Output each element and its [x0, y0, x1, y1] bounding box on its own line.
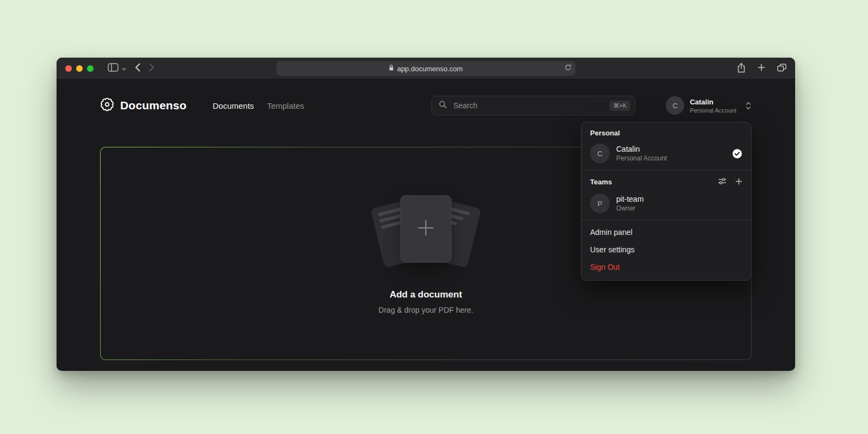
share-icon	[737, 63, 746, 75]
menu-item-admin-panel[interactable]: Admin panel	[581, 224, 751, 241]
app-content: Documenso Documents Templates ⌘+K C Cata…	[57, 79, 795, 370]
address-bar[interactable]: app.documenso.com	[276, 61, 575, 76]
team-role: Owner	[616, 204, 644, 212]
traffic-lights	[65, 65, 94, 72]
menu-actions: Admin panel User settings Sign Out	[581, 220, 751, 280]
url-text: app.documenso.com	[397, 64, 463, 72]
forward-chevron-icon	[149, 63, 154, 73]
personal-name: Catalin	[616, 145, 667, 153]
nav-item-templates[interactable]: Templates	[267, 101, 304, 110]
add-team-button[interactable]	[735, 178, 742, 187]
tab-overview-button[interactable]	[777, 64, 786, 73]
team-settings-sliders-icon	[718, 177, 727, 187]
document-card-front	[400, 195, 451, 263]
personal-subtitle: Personal Account	[616, 154, 667, 162]
personal-account-item[interactable]: C Catalin Personal Account	[581, 140, 751, 170]
back-button[interactable]	[135, 63, 140, 73]
search-bar[interactable]: ⌘+K	[431, 96, 635, 115]
up-down-chevrons-icon	[745, 101, 752, 110]
team-item-pit-team[interactable]: P pit-team Owner	[581, 190, 751, 220]
share-button[interactable]	[737, 63, 746, 75]
tab-overview-icon	[777, 64, 786, 73]
add-document-plus-icon	[416, 218, 436, 240]
team-name: pit-team	[616, 195, 644, 203]
forward-button[interactable]	[149, 63, 154, 73]
minimize-window-button[interactable]	[76, 65, 83, 72]
documenso-logo-icon	[100, 97, 114, 114]
account-menu-button[interactable]: C Catalin Personal Account	[666, 96, 752, 115]
personal-section-label: Personal	[581, 122, 751, 140]
dropzone-title: Add a document	[389, 289, 462, 300]
chevron-down-icon	[122, 64, 126, 72]
account-dropdown-menu: Personal C Catalin Personal Account Team…	[581, 122, 752, 281]
add-team-plus-icon	[735, 178, 742, 187]
menu-item-sign-out[interactable]: Sign Out	[581, 258, 751, 276]
team-avatar: P	[590, 194, 610, 213]
browser-window: app.documenso.com	[57, 58, 795, 371]
menu-item-user-settings[interactable]: User settings	[581, 241, 751, 258]
close-window-button[interactable]	[65, 65, 72, 72]
stacked-documents-illustration	[366, 193, 486, 275]
browser-toolbar: app.documenso.com	[57, 58, 795, 79]
dropzone-subtitle: Drag & drop your PDF here.	[379, 306, 473, 314]
reload-button[interactable]	[565, 64, 572, 73]
brand[interactable]: Documenso	[100, 97, 187, 114]
back-chevron-icon	[135, 63, 140, 73]
check-circle-icon	[732, 148, 742, 159]
account-name: Catalin	[690, 98, 736, 106]
brand-name: Documenso	[120, 99, 187, 112]
account-avatar: C	[666, 96, 684, 115]
lock-icon	[389, 64, 394, 73]
search-icon	[438, 100, 447, 111]
zoom-window-button[interactable]	[87, 65, 94, 72]
sidebar-icon	[108, 63, 119, 73]
account-type: Personal Account	[690, 107, 736, 114]
sidebar-menu-button[interactable]	[122, 64, 126, 72]
nav-item-documents[interactable]: Documents	[213, 101, 254, 110]
app-header: Documenso Documents Templates ⌘+K C Cata…	[100, 90, 752, 121]
manage-teams-button[interactable]	[718, 177, 727, 187]
reload-icon	[565, 64, 572, 73]
search-shortcut-badge: ⌘+K	[610, 101, 631, 111]
new-tab-button[interactable]	[758, 64, 765, 73]
plus-icon	[758, 64, 765, 73]
teams-section-label: Teams	[590, 178, 612, 186]
main-nav: Documents Templates	[213, 101, 304, 110]
sidebar-toggle-button[interactable]	[108, 63, 119, 73]
teams-section-header: Teams	[581, 170, 751, 190]
search-input[interactable]	[452, 101, 604, 110]
personal-avatar: C	[590, 144, 610, 163]
